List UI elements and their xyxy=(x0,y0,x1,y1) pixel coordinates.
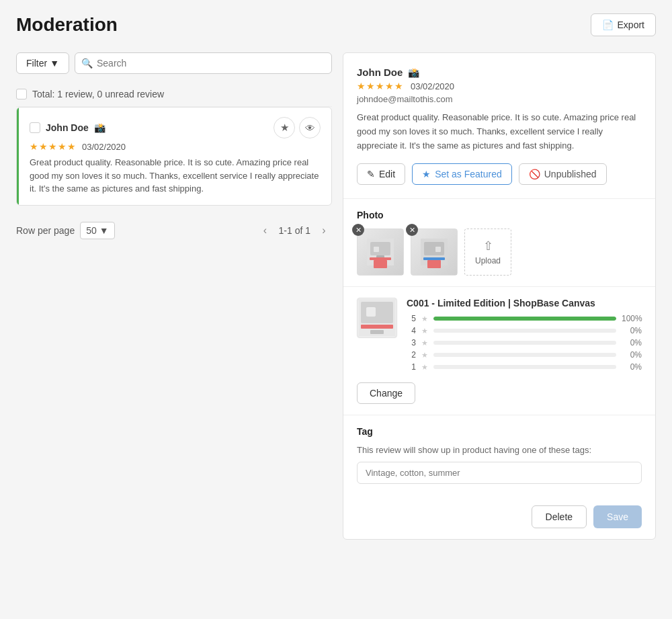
right-panel: John Doe 📸 ★★★★★ 03/02/2020 johndoe@mail… xyxy=(343,52,656,540)
detail-email: johndoe@mailtothis.com xyxy=(357,94,642,104)
tag-section-label: Tag xyxy=(357,426,642,437)
prev-page-button[interactable]: ‹ xyxy=(257,222,274,239)
rating-bars: 5 ★ 100% 4 ★ xyxy=(407,314,642,372)
export-button[interactable]: 📄 Export xyxy=(591,13,656,36)
svg-rect-4 xyxy=(370,257,391,260)
page-header: Moderation 📄 Export xyxy=(16,13,656,36)
row-per-page: Row per page 50 ▼ xyxy=(16,222,115,239)
svg-rect-11 xyxy=(366,307,376,317)
product-svg xyxy=(358,299,396,337)
bar-fill-5 xyxy=(433,317,616,321)
bottom-actions: Delete Save xyxy=(343,495,655,539)
per-page-chevron-icon: ▼ xyxy=(99,225,109,236)
save-button[interactable]: Save xyxy=(593,505,642,528)
per-page-select[interactable]: 50 ▼ xyxy=(80,222,114,239)
product-thumb-inner xyxy=(358,298,396,337)
rating-bar-row-3: 3 ★ 0% xyxy=(407,338,642,347)
search-input[interactable] xyxy=(75,52,332,74)
review-stars: ★★★★★ xyxy=(30,141,77,152)
pagination-row: Row per page 50 ▼ ‹ 1-1 of 1 › xyxy=(16,214,332,247)
page-title: Moderation xyxy=(16,14,118,36)
product-info-row: C001 - Limited Edition | ShopBase Canvas… xyxy=(357,298,642,372)
left-panel: Filter ▼ 🔍 Total: 1 review, 0 unread rev… xyxy=(16,52,332,247)
star-icon-5: ★ xyxy=(421,315,428,323)
detail-author: John Doe xyxy=(357,67,403,78)
page-info: 1-1 of 1 xyxy=(279,225,310,236)
chevron-down-icon: ▼ xyxy=(50,58,59,69)
main-layout: Filter ▼ 🔍 Total: 1 review, 0 unread rev… xyxy=(16,52,656,540)
detail-stars-date: ★★★★★ 03/02/2020 xyxy=(357,81,642,91)
filter-search-row: Filter ▼ 🔍 xyxy=(16,52,332,74)
star-icon-1: ★ xyxy=(421,363,428,372)
select-all-checkbox[interactable] xyxy=(16,89,27,99)
detail-author-row: John Doe 📸 xyxy=(357,67,642,78)
shop-svg-2 xyxy=(421,239,448,265)
shop-image-1 xyxy=(358,229,403,275)
eye-off-icon: 🚫 xyxy=(529,169,540,179)
bar-track-3 xyxy=(433,341,616,345)
review-text: Great product quality. Reasonable price.… xyxy=(30,156,321,196)
bar-track-1 xyxy=(433,365,616,369)
product-name: C001 - Limited Edition | ShopBase Canvas xyxy=(407,298,642,308)
review-checkbox[interactable] xyxy=(30,122,40,133)
review-detail-section: John Doe 📸 ★★★★★ 03/02/2020 johndoe@mail… xyxy=(343,53,655,199)
change-product-button[interactable]: Change xyxy=(357,382,415,404)
search-icon: 🔍 xyxy=(81,58,93,69)
svg-rect-8 xyxy=(423,257,445,260)
product-details: C001 - Limited Edition | ShopBase Canvas… xyxy=(407,298,642,372)
review-item-actions: ★ 👁 xyxy=(274,117,321,138)
total-row: Total: 1 review, 0 unread review xyxy=(16,82,332,107)
rating-bar-row-2: 2 ★ 0% xyxy=(407,350,642,360)
star-icon-2: ★ xyxy=(421,351,428,360)
next-page-button[interactable]: › xyxy=(316,222,332,239)
rating-bar-row-4: 4 ★ 0% xyxy=(407,326,642,335)
upload-icon: ⇧ xyxy=(483,239,493,253)
review-item-left: John Doe 📸 xyxy=(30,122,106,133)
rating-bar-row-5: 5 ★ 100% xyxy=(407,314,642,323)
bar-track-5 xyxy=(433,317,616,321)
photo-upload-button[interactable]: ⇧ Upload xyxy=(464,229,511,276)
svg-rect-6 xyxy=(424,242,444,255)
shop-image-2 xyxy=(411,229,457,275)
star-action-button[interactable]: ★ xyxy=(274,117,295,138)
delete-button[interactable]: Delete xyxy=(532,505,587,528)
svg-rect-10 xyxy=(361,302,393,323)
rating-bar-row-1: 1 ★ 0% xyxy=(407,362,642,372)
review-author: John Doe xyxy=(46,122,89,133)
search-wrap: 🔍 xyxy=(75,52,332,74)
reviewer-media-icon: 📸 xyxy=(94,122,106,133)
photo-section: Photo ✕ xyxy=(343,199,655,287)
detail-date: 03/02/2020 xyxy=(411,81,454,91)
svg-rect-3 xyxy=(374,247,379,252)
eye-action-button[interactable]: 👁 xyxy=(299,117,321,138)
photo-row: ✕ ✕ xyxy=(357,229,642,276)
svg-rect-13 xyxy=(370,330,384,334)
filter-button[interactable]: Filter ▼ xyxy=(16,52,69,74)
product-section: C001 - Limited Edition | ShopBase Canvas… xyxy=(343,287,655,415)
bar-track-4 xyxy=(433,329,616,333)
unpublished-button[interactable]: 🚫 Unpublished xyxy=(519,163,607,185)
review-item: John Doe 📸 ★ 👁 ★★★★★ 03/02/2020 Great pr… xyxy=(17,108,331,205)
shop-svg-1 xyxy=(367,239,394,265)
svg-rect-1 xyxy=(370,242,390,255)
review-date: 03/02/2020 xyxy=(82,142,126,152)
review-list: John Doe 📸 ★ 👁 ★★★★★ 03/02/2020 Great pr… xyxy=(16,107,332,206)
photo-thumb-1: ✕ xyxy=(357,229,404,276)
review-stars-date: ★★★★★ 03/02/2020 xyxy=(30,141,321,152)
tag-input[interactable] xyxy=(357,462,642,484)
pagination-controls: ‹ 1-1 of 1 › xyxy=(257,222,332,239)
edit-button[interactable]: ✎ Edit xyxy=(357,163,405,185)
svg-rect-12 xyxy=(361,325,393,329)
tag-section: Tag This review will show up in product … xyxy=(343,415,655,495)
set-featured-button[interactable]: ★ Set as Featured xyxy=(412,163,512,185)
star-featured-icon: ★ xyxy=(422,169,431,179)
star-icon-3: ★ xyxy=(421,339,428,347)
detail-action-btns: ✎ Edit ★ Set as Featured 🚫 Unpublished xyxy=(357,163,642,185)
tag-description: This review will show up in product havi… xyxy=(357,445,642,455)
detail-media-icon: 📸 xyxy=(408,67,419,78)
star-icon-4: ★ xyxy=(421,327,428,335)
svg-rect-7 xyxy=(435,247,441,252)
edit-icon: ✎ xyxy=(367,169,375,179)
photo-thumb-2: ✕ xyxy=(411,229,458,276)
product-thumbnail xyxy=(357,298,397,338)
